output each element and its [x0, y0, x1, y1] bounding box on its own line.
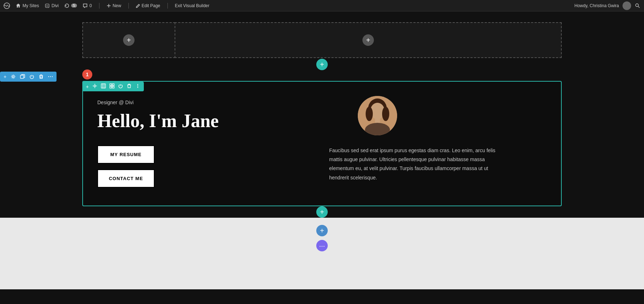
hero-description: Faucibus sed sed erat ipsum purus egesta…	[329, 146, 508, 182]
toolbar-power[interactable]	[29, 74, 34, 79]
section-grid[interactable]	[109, 83, 114, 90]
svg-point-9	[94, 85, 96, 87]
search-icon-admin[interactable]	[635, 3, 640, 9]
add-section-bottom[interactable]: +	[316, 206, 328, 218]
wp-logo[interactable]	[4, 3, 10, 9]
exit-visual-builder-btn[interactable]: Exit Visual Builder	[175, 3, 210, 8]
toolbar-add[interactable]: +	[4, 74, 6, 79]
edit-page-btn[interactable]: Edit Page	[136, 3, 160, 8]
svg-point-3	[636, 4, 639, 6]
svg-point-7	[50, 76, 51, 77]
admin-bar: My Sites D Divi 5 0 New Edit Page	[0, 0, 644, 11]
svg-point-22	[382, 107, 389, 121]
profile-image	[358, 96, 397, 135]
comments-item[interactable]: 0	[83, 3, 92, 8]
plus-icon-small	[107, 4, 111, 8]
admin-right: Howdy, Christina Gwira	[575, 1, 640, 10]
svg-rect-5	[20, 75, 24, 78]
svg-rect-10	[101, 84, 106, 88]
wordpress-icon	[4, 3, 10, 9]
contact-button[interactable]: CONTACT ME	[97, 169, 155, 188]
divi-icon: D	[45, 3, 50, 8]
section-settings[interactable]	[92, 83, 97, 90]
toolbar-trash[interactable]	[39, 74, 44, 79]
svg-point-8	[52, 76, 53, 77]
svg-rect-11	[110, 84, 112, 86]
main-section: Designer @ Divi Hello, I'm Jane MY RESUM…	[82, 81, 562, 206]
home-icon	[16, 3, 21, 8]
refresh-icon	[64, 3, 69, 8]
add-row-bottom[interactable]: +	[316, 225, 328, 236]
bottom-area: + ···	[0, 218, 644, 289]
svg-rect-12	[112, 84, 114, 86]
my-sites[interactable]: My Sites	[16, 3, 39, 8]
svg-rect-13	[110, 86, 112, 88]
row-number-badge: 1	[82, 69, 92, 79]
resume-button[interactable]: MY RESUME	[97, 145, 155, 164]
section-columns[interactable]	[101, 83, 106, 90]
separator	[99, 3, 99, 9]
svg-text:D: D	[46, 5, 48, 7]
top-section: + +	[0, 11, 644, 62]
page-wrapper: + + + +	[0, 11, 644, 304]
svg-point-4	[13, 76, 14, 78]
updates-item[interactable]: 5	[64, 3, 77, 8]
section-more[interactable]	[135, 83, 140, 90]
comment-icon	[83, 3, 88, 8]
hero-left: Designer @ Divi Hello, I'm Jane MY RESUM…	[97, 96, 315, 188]
designer-label: Designer @ Divi	[97, 100, 315, 105]
toolbar-duplicate[interactable]	[20, 74, 25, 79]
add-more-bottom[interactable]: ···	[316, 240, 328, 251]
svg-rect-14	[112, 86, 114, 88]
left-toolbar: +	[0, 72, 57, 82]
add-row-center[interactable]: +	[316, 59, 328, 70]
add-module-left[interactable]: +	[123, 34, 135, 46]
svg-point-15	[137, 84, 138, 85]
divi-item[interactable]: D Divi	[45, 3, 59, 8]
hero-name: Hello, I'm Jane	[97, 111, 315, 131]
svg-point-16	[137, 86, 138, 87]
avatar-container	[358, 96, 397, 135]
svg-point-17	[137, 87, 138, 88]
separator2	[128, 3, 129, 9]
hero-right: Faucibus sed sed erat ipsum purus egesta…	[329, 96, 547, 188]
section-trash[interactable]	[127, 83, 132, 90]
svg-point-21	[366, 107, 373, 121]
toolbar-more[interactable]	[48, 74, 53, 79]
section-add[interactable]: +	[86, 84, 89, 90]
new-item[interactable]: New	[107, 3, 121, 8]
dashed-box-left: +	[82, 22, 175, 58]
row-add-center: +	[0, 59, 644, 70]
separator3	[167, 3, 168, 9]
avatar	[623, 1, 631, 10]
dashed-box-right: +	[175, 22, 562, 58]
add-module-right[interactable]: +	[362, 34, 374, 46]
section-bottom-add: +	[0, 206, 644, 218]
svg-rect-23	[375, 118, 380, 123]
toolbar-settings[interactable]	[11, 74, 16, 79]
section-toolbar: +	[82, 82, 144, 91]
svg-point-6	[48, 76, 49, 77]
pencil-icon	[136, 4, 140, 8]
section-power[interactable]	[118, 83, 123, 90]
